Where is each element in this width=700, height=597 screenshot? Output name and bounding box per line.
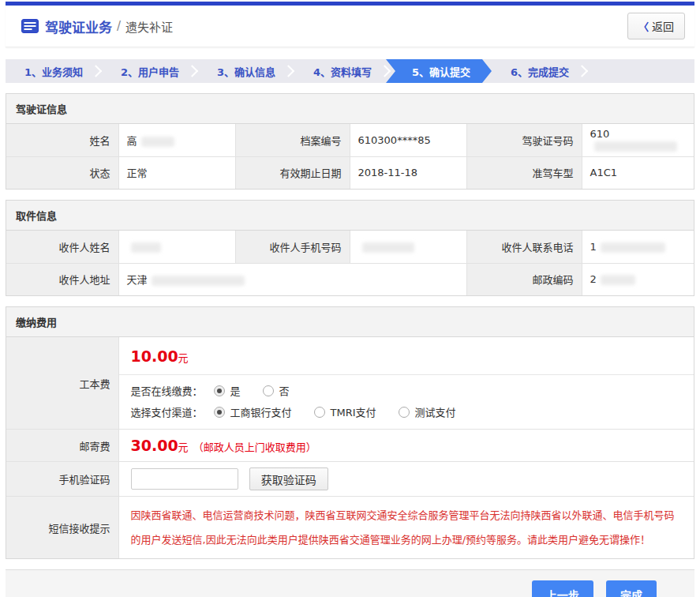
page-title: 驾驶证业务 — [45, 17, 112, 36]
expiry-label: 有效期止日期 — [235, 156, 350, 189]
radio-checked-icon[interactable] — [214, 385, 225, 396]
back-button[interactable]: 〈 返回 — [627, 13, 685, 39]
back-button-label: 返回 — [652, 18, 674, 34]
postage-fee-cell: 30.00元（邮政人员上门收取费用） — [118, 430, 694, 462]
table-row: 手机验证码 获取验证码 — [6, 462, 694, 497]
license-no-label: 驾驶证号码 — [466, 124, 582, 156]
postage-fee-label: 邮寄费 — [6, 430, 118, 462]
payment-channel-row: 选择支付渠道： 工商银行支付 TMRI支付 测试支付 — [131, 404, 683, 419]
payment-options: 是否在线缴费： 是 否 选择支付渠道： — [119, 375, 694, 429]
pickup-info-section: 取件信息 收件人姓名 收件人手机号码 收件人联系电话 1 收件人地址 天津 邮政… — [6, 200, 694, 296]
name-value: 高 — [118, 124, 235, 156]
vehicle-class-label: 准驾车型 — [466, 156, 582, 189]
table-row: 短信接收提示 因陕西省联通、电信运营商技术问题，陕西省互联网交通安全综合服务管理… — [6, 497, 694, 559]
recipient-name-label: 收件人姓名 — [6, 231, 118, 263]
sms-code-label: 手机验证码 — [6, 462, 118, 497]
redacted-value — [131, 242, 161, 253]
channel-tmri-label: TMRI支付 — [331, 404, 376, 419]
file-no-label: 档案编号 — [235, 124, 350, 156]
vehicle-class-value: A1C1 — [582, 156, 694, 189]
production-fee-label: 工本费 — [6, 337, 118, 430]
table-row: 邮寄费 30.00元（邮政人员上门收取费用） — [6, 430, 694, 462]
step-5-confirm-submit[interactable]: 5、确认提交 — [386, 59, 492, 83]
footer-action-bar: 上一步 完成 — [6, 569, 694, 597]
pickup-info-table: 收件人姓名 收件人手机号码 收件人联系电话 1 收件人地址 天津 邮政编码 2 — [6, 231, 694, 295]
postal-code-value: 2 — [582, 263, 694, 295]
production-fee-cell: 10.00元 是否在线缴费： 是 否 — [118, 337, 694, 430]
postal-code-label: 邮政编码 — [466, 263, 582, 295]
sms-notice-text: 因陕西省联通、电信运营商技术问题，陕西省互联网交通安全综合服务管理平台无法向持陕… — [119, 497, 694, 558]
breadcrumb-current: 遗失补证 — [125, 18, 173, 35]
license-info-section: 驾驶证信息 姓名 高 档案编号 610300****85 驾驶证号码 610 状… — [6, 93, 694, 190]
online-payment-label: 是否在线缴费： — [131, 383, 203, 398]
online-payment-row: 是否在线缴费： 是 否 — [131, 383, 683, 398]
sms-code-cell: 获取验证码 — [118, 462, 694, 497]
recipient-mobile-value — [350, 231, 466, 263]
postage-fee-amount: 30.00 — [131, 437, 178, 454]
redacted-value — [594, 141, 677, 152]
recipient-name-value — [118, 231, 235, 263]
page-header: 驾驶证业务 / 遗失补证 〈 返回 — [6, 2, 694, 47]
postage-fee-note: （邮政人员上门收取费用） — [193, 441, 316, 453]
recipient-address-value: 天津 — [118, 263, 466, 295]
name-label: 姓名 — [6, 124, 118, 156]
table-row: 状态 正常 有效期止日期 2018-11-18 准驾车型 A1C1 — [6, 156, 694, 189]
step-progress-bar: 1、业务须知 2、用户申告 3、确认信息 4、资料填写 5、确认提交 6、完成提… — [6, 59, 694, 83]
redacted-value — [601, 275, 635, 285]
recipient-phone-value: 1 — [582, 231, 694, 263]
channel-test-label: 测试支付 — [415, 404, 456, 419]
online-payment-yes-option[interactable]: 是 — [214, 383, 241, 398]
step-1-business-notes[interactable]: 1、业务须知 — [6, 59, 102, 83]
redacted-value — [141, 137, 174, 147]
redacted-value — [152, 276, 245, 286]
finish-button[interactable]: 完成 — [606, 580, 657, 597]
redacted-value — [362, 242, 414, 253]
online-payment-no-label: 否 — [279, 383, 290, 398]
sms-code-input[interactable] — [131, 468, 238, 490]
postage-fee-unit: 元 — [178, 441, 189, 453]
step-4-fill-data[interactable]: 4、资料填写 — [294, 59, 391, 83]
license-business-icon — [21, 19, 39, 33]
file-no-value: 610300****85 — [350, 124, 466, 156]
fees-table: 工本费 10.00元 是否在线缴费： 是 否 — [6, 337, 694, 558]
expiry-value: 2018-11-18 — [350, 156, 466, 189]
breadcrumb-separator: / — [117, 19, 121, 33]
radio-checked-icon[interactable] — [214, 407, 225, 418]
sms-notice-cell: 因陕西省联通、电信运营商技术问题，陕西省互联网交通安全综合服务管理平台无法向持陕… — [118, 497, 694, 559]
table-row: 收件人地址 天津 邮政编码 2 — [6, 263, 694, 295]
license-info-title: 驾驶证信息 — [6, 94, 694, 124]
license-info-table: 姓名 高 档案编号 610300****85 驾驶证号码 610 状态 正常 有… — [6, 124, 694, 189]
back-chevron-icon: 〈 — [638, 19, 649, 34]
step-6-complete-submit[interactable]: 6、完成提交 — [492, 59, 588, 83]
table-row: 工本费 10.00元 是否在线缴费： 是 否 — [6, 337, 694, 430]
step-2-user-declaration[interactable]: 2、用户申告 — [102, 59, 198, 83]
recipient-address-label: 收件人地址 — [6, 263, 118, 295]
radio-unchecked-icon[interactable] — [263, 385, 274, 396]
table-row: 姓名 高 档案编号 610300****85 驾驶证号码 610 — [6, 124, 694, 156]
status-label: 状态 — [6, 156, 118, 189]
radio-unchecked-icon[interactable] — [314, 407, 325, 418]
status-value: 正常 — [118, 156, 235, 189]
step-3-confirm-info[interactable]: 3、确认信息 — [198, 59, 294, 83]
get-code-button[interactable]: 获取验证码 — [249, 467, 328, 490]
payment-channel-label: 选择支付渠道： — [131, 404, 203, 419]
pickup-info-title: 取件信息 — [6, 201, 694, 231]
channel-icbc-option[interactable]: 工商银行支付 — [214, 404, 292, 419]
fees-title: 缴纳费用 — [6, 307, 694, 337]
recipient-phone-label: 收件人联系电话 — [466, 231, 582, 263]
radio-unchecked-icon[interactable] — [399, 407, 410, 418]
channel-test-option[interactable]: 测试支付 — [399, 404, 456, 419]
table-row: 收件人姓名 收件人手机号码 收件人联系电话 1 — [6, 231, 694, 263]
production-fee-amount: 10.00 — [131, 347, 178, 365]
channel-tmri-option[interactable]: TMRI支付 — [314, 404, 376, 419]
license-no-value: 610 — [582, 124, 694, 156]
production-fee-unit: 元 — [178, 352, 189, 364]
online-payment-no-option[interactable]: 否 — [263, 383, 290, 398]
previous-step-button[interactable]: 上一步 — [532, 580, 593, 597]
production-fee-amount-line: 10.00元 — [119, 337, 694, 375]
online-payment-yes-label: 是 — [230, 383, 241, 398]
fees-section: 缴纳费用 工本费 10.00元 是否在线缴费： 是 — [6, 306, 694, 559]
sms-notice-label: 短信接收提示 — [6, 497, 118, 559]
channel-icbc-label: 工商银行支付 — [230, 404, 292, 419]
redacted-value — [601, 242, 665, 253]
